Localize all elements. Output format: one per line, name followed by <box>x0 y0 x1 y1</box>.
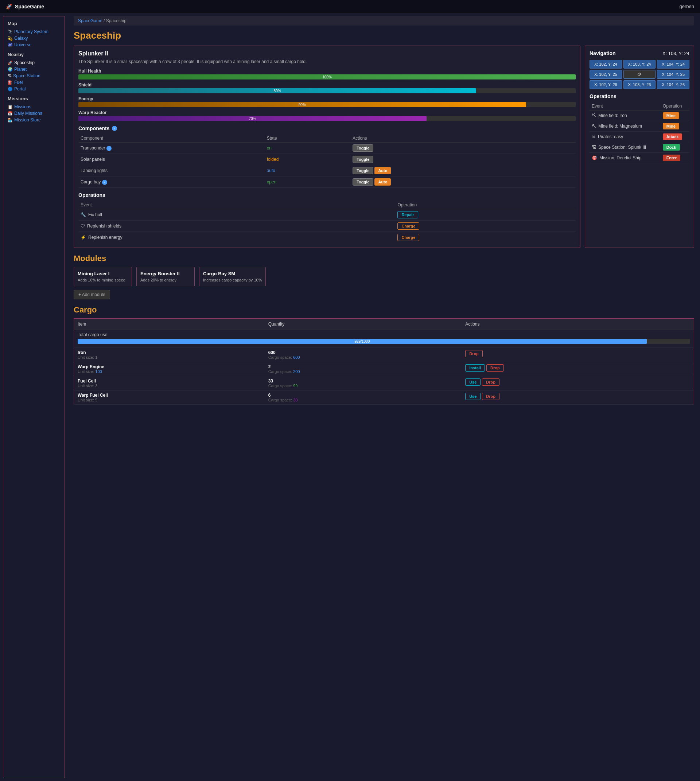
sidebar-item-daily[interactable]: 📅 Daily Missions <box>8 110 60 117</box>
sidebar: Map 🔭 Planetary System 💫 Galaxy 🌌 Univer… <box>3 16 65 778</box>
fuelcell-cargo-space: Cargo space: 99 <box>268 384 458 388</box>
dock-button[interactable]: Dock <box>663 144 680 150</box>
sidebar-item-universe[interactable]: 🌌 Universe <box>8 42 60 48</box>
sidebar-item-portal[interactable]: 🔵 Portal <box>8 86 60 92</box>
brand-name: SpaceGame <box>15 3 44 10</box>
sidebar-missions-title: Missions <box>8 96 60 101</box>
sidebar-link-planet[interactable]: Planet <box>14 66 27 73</box>
sidebar-item-missions[interactable]: 📋 Missions <box>8 103 60 110</box>
energy-label: Energy <box>78 96 576 101</box>
cargo-col-item: Item <box>74 319 265 330</box>
breadcrumb-current: Spaceship <box>106 18 127 23</box>
iron-quantity: 600 <box>268 350 458 355</box>
repair-button[interactable]: Repair <box>397 211 418 219</box>
charge-shield-button[interactable]: Charge <box>397 222 419 230</box>
hull-bar-fill: 100% <box>78 74 576 80</box>
sidebar-item-fuel[interactable]: ⛽ Fuel <box>8 79 60 86</box>
transponder-info-badge[interactable]: i <box>107 146 112 151</box>
sidebar-item-spacestation[interactable]: 🏗 Space Station <box>8 73 60 79</box>
table-row: ☠ Pirates: easy Attack <box>590 132 690 142</box>
ship-ops-title: Operations <box>78 192 576 198</box>
components-info-badge[interactable]: i <box>112 126 117 131</box>
ship-left-panel: Splunker II The Splunker II is a small s… <box>73 45 580 248</box>
enter-button[interactable]: Enter <box>663 155 680 161</box>
mine-magnesium-button[interactable]: Mine <box>663 123 679 129</box>
nav-header: Navigation X: 103, Y: 24 <box>590 50 690 56</box>
components-table: Component State Actions Transponder i on <box>78 134 576 188</box>
energy-label: Replenish energy <box>88 235 122 240</box>
components-title: Components i <box>78 125 576 131</box>
sidebar-link-universe[interactable]: Universe <box>14 42 32 48</box>
sidebar-link-missionstore[interactable]: Mission Store <box>14 117 41 123</box>
attack-button[interactable]: Attack <box>663 134 682 140</box>
cargo-btn-group: Toggle Auto <box>353 178 573 185</box>
nav-btn-104-24[interactable]: X: 104, Y: 24 <box>657 60 690 68</box>
sidebar-item-planet[interactable]: 🌍 Planet <box>8 66 60 73</box>
station-label: Space Station: Splunk III <box>598 145 646 150</box>
nav-btn-104-26[interactable]: X: 104, Y: 26 <box>657 80 690 89</box>
warpengine-actions: Install Drop <box>465 364 690 372</box>
cargo-auto-button[interactable]: Auto <box>375 178 391 185</box>
shield-pct-text: 80% <box>274 89 281 93</box>
landing-auto-button[interactable]: Auto <box>375 167 391 174</box>
nav-btn-102-24[interactable]: X: 102, Y: 24 <box>590 60 622 68</box>
fuelcell-name: Fuel Cell <box>78 379 261 384</box>
iron-cargo-space: Cargo space: 600 <box>268 355 458 359</box>
sidebar-link-daily[interactable]: Daily Missions <box>14 110 42 117</box>
nav-coords: X: 103, Y: 24 <box>662 51 690 56</box>
nav-btn-102-26[interactable]: X: 102, Y: 26 <box>590 80 622 89</box>
mine-iron-button[interactable]: Mine <box>663 112 679 119</box>
charge-energy-button[interactable]: Charge <box>397 234 419 241</box>
fuelcell-quantity: 33 <box>268 379 458 384</box>
breadcrumb-home[interactable]: SpaceGame <box>78 18 102 23</box>
modules-title: Modules <box>73 254 694 263</box>
station-icon: 🏗 <box>8 73 12 78</box>
sidebar-link-spacestation[interactable]: Space Station <box>13 73 40 79</box>
add-module-button[interactable]: + Add module <box>73 290 110 299</box>
nav-btn-104-25[interactable]: X: 104, Y: 25 <box>657 70 690 79</box>
warpengine-install-button[interactable]: Install <box>465 364 485 372</box>
sidebar-link-planetary[interactable]: Planetary System <box>14 28 48 35</box>
table-row: Fuel Cell Unit size: 3 33 Cargo space: 9… <box>74 376 694 390</box>
sidebar-item-missionstore[interactable]: 🏪 Mission Store <box>8 117 60 123</box>
header: 🚀 SpaceGame gerben <box>0 0 700 13</box>
transponder-toggle-button[interactable]: Toggle <box>353 144 373 152</box>
sidebar-item-galaxy[interactable]: 💫 Galaxy <box>8 35 60 42</box>
energy-event: ⚡ Replenish energy <box>80 235 393 240</box>
cargo-toggle-button[interactable]: Toggle <box>353 178 373 185</box>
sidebar-link-missions[interactable]: Missions <box>14 103 32 110</box>
warpengine-cargo-space: Cargo space: 200 <box>268 369 458 374</box>
iron-drop-button[interactable]: Drop <box>465 350 483 357</box>
shield-bar-fill: 80% <box>78 88 476 93</box>
sidebar-link-spaceship[interactable]: Spaceship <box>14 59 35 66</box>
warpengine-name: Warp Engine <box>78 364 261 369</box>
landing-toggle-button[interactable]: Toggle <box>353 167 373 174</box>
fuelcell-drop-button[interactable]: Drop <box>482 379 500 386</box>
nav-btn-102-25[interactable]: X: 102, Y: 25 <box>590 70 622 79</box>
nav-btn-103-26[interactable]: X: 103, Y: 26 <box>623 80 656 89</box>
sidebar-map-title: Map <box>8 21 60 26</box>
sidebar-link-galaxy[interactable]: Galaxy <box>14 35 28 42</box>
sidebar-item-spaceship[interactable]: 🚀 Spaceship <box>8 59 60 66</box>
breadcrumb-separator: / <box>103 18 106 23</box>
sidebar-link-portal[interactable]: Portal <box>14 86 25 92</box>
component-name-landing: Landing lights <box>78 165 265 177</box>
fuelcell-use-button[interactable]: Use <box>465 379 480 386</box>
pirates-label: Pirates: easy <box>598 134 623 139</box>
warpengine-drop-button[interactable]: Drop <box>487 364 504 372</box>
sidebar-item-planetary[interactable]: 🔭 Planetary System <box>8 28 60 35</box>
cargo-info-badge[interactable]: i <box>102 180 107 185</box>
total-cargo-label: Total cargo use <box>78 332 690 337</box>
warpfuel-use-button[interactable]: Use <box>465 393 480 400</box>
shield-icon: 🛡 <box>80 224 85 229</box>
solar-toggle-button[interactable]: Toggle <box>353 156 373 163</box>
modules-section: Modules Mining Laser I Adds 10% to minin… <box>73 254 694 299</box>
table-row: ⛏ Mine field: Iron Mine <box>590 110 690 121</box>
module-desc-mining: Adds 10% to mining speed <box>78 278 128 282</box>
sidebar-link-fuel[interactable]: Fuel <box>14 79 23 86</box>
warpfuel-drop-button[interactable]: Drop <box>482 393 500 400</box>
nav-btn-103-24[interactable]: X: 103, Y: 24 <box>623 60 656 68</box>
modules-grid: Mining Laser I Adds 10% to mining speed … <box>73 267 694 286</box>
cargo-total-bar: 929/1000 <box>78 339 690 344</box>
planet-icon: 🌍 <box>8 67 13 72</box>
